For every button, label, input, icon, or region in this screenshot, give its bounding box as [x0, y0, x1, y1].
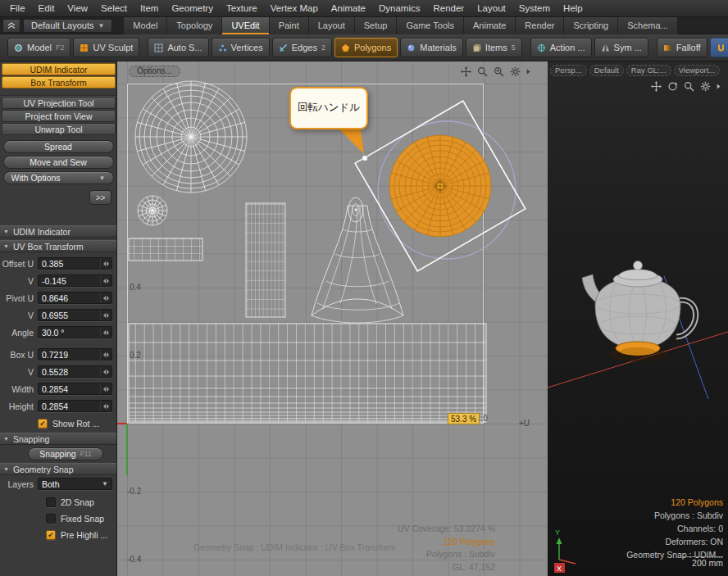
menu-view[interactable]: View [61, 0, 94, 17]
layout-tab-schematic[interactable]: Schema... [618, 17, 678, 34]
menu-geometry[interactable]: Geometry [165, 0, 220, 17]
symmetry-button[interactable]: Sym ... [594, 38, 648, 57]
ray-gl-dropdown[interactable]: Ray GL:... [626, 65, 671, 76]
section-udim-indicator[interactable]: ▼ UDIM Indicator [0, 225, 116, 238]
box-u-field[interactable]: 0.7219 [38, 348, 112, 361]
uv-island-polar-disc [135, 81, 247, 193]
layout-tab-render[interactable]: Render [516, 17, 564, 34]
menu-help[interactable]: Help [557, 0, 589, 17]
mini-slider[interactable] [100, 366, 111, 377]
menu-layout[interactable]: Layout [471, 0, 512, 17]
layout-switcher-button[interactable] [2, 19, 20, 33]
section-geometry-snap[interactable]: ▼ Geometry Snap [0, 463, 116, 475]
options-button[interactable]: Options... [129, 66, 180, 77]
model-mode-button[interactable]: Model F2 [7, 38, 71, 57]
pre-highlight-checkbox[interactable]: ✔ [46, 530, 56, 540]
2d-snap-checkbox[interactable] [46, 497, 56, 507]
mini-slider[interactable] [100, 401, 111, 411]
pre-highlight-row: ✔ Pre Highli ... [0, 528, 116, 542]
layout-tab-animate[interactable]: Animate [464, 17, 516, 34]
width-field[interactable]: 0.2854 [38, 383, 112, 395]
2d-snap-row: 2D Snap [0, 495, 116, 509]
menu-item[interactable]: Item [134, 0, 165, 17]
menu-dynamics[interactable]: Dynamics [372, 0, 426, 17]
tool-unwrap[interactable]: Unwrap Tool [2, 123, 116, 135]
tool-uv-projection[interactable]: UV Projection Tool [2, 97, 116, 109]
angle-field[interactable]: 30.0 ° [38, 326, 112, 338]
layout-tab-layout[interactable]: Layout [309, 17, 355, 34]
chevron-down-icon: ▼ [99, 175, 106, 182]
zoom-icon[interactable] [684, 81, 694, 92]
expand-arrow-icon[interactable] [526, 68, 531, 75]
move-and-sew-button[interactable]: Move and Sew [3, 156, 114, 169]
layout-tab-model[interactable]: Model [124, 17, 167, 34]
gear-icon[interactable] [510, 66, 521, 77]
tool-udim-indicator[interactable]: UDIM Indicator [2, 63, 116, 75]
mini-slider[interactable] [100, 327, 111, 338]
pivot-v-field[interactable]: 0.6955 [38, 309, 112, 321]
viewport-options-dropdown[interactable]: Viewport... [674, 65, 721, 76]
pan-icon[interactable] [651, 81, 662, 92]
zoom-icon[interactable] [477, 66, 488, 77]
section-uv-box-transform[interactable]: ▼ UV Box Transform [0, 240, 116, 252]
expand-arrow-icon[interactable] [717, 83, 721, 90]
polygons-mode-button[interactable]: Polygons [334, 38, 398, 57]
offset-v-field[interactable]: -0.145 [38, 274, 112, 287]
snap-button[interactable]: Snap... [710, 38, 728, 57]
materials-mode-button[interactable]: Materials [400, 38, 463, 57]
default-shading-dropdown[interactable]: Default [589, 65, 624, 76]
menu-render[interactable]: Render [426, 0, 471, 17]
menu-animate[interactable]: Animate [325, 0, 372, 17]
section-snapping[interactable]: ▼ Snapping [0, 433, 116, 445]
falloff-button[interactable]: Falloff [657, 38, 708, 57]
show-rotation-label: Show Rot ... [52, 419, 99, 429]
zoom-region-icon[interactable] [494, 66, 504, 77]
layout-tab-paint[interactable]: Paint [270, 17, 309, 34]
layout-tab-topology[interactable]: Topology [167, 17, 222, 34]
tool-project-from-view[interactable]: Project from View [2, 110, 116, 122]
menu-file[interactable]: File [3, 0, 32, 17]
perspective-dropdown[interactable]: Persp... [550, 65, 587, 76]
layout-tab-game-tools[interactable]: Game Tools [397, 17, 464, 34]
menu-vertex-map[interactable]: Vertex Map [264, 0, 325, 17]
default-layouts-dropdown[interactable]: Default Layouts ▼ [23, 19, 112, 33]
pivot-u-field[interactable]: 0.8646 [38, 292, 112, 304]
mini-slider[interactable] [100, 349, 111, 360]
collapse-triangle-icon: ▼ [3, 436, 9, 442]
vertices-mode-button[interactable]: Vertices [212, 38, 270, 57]
tool-box-transform[interactable]: Box Transform [2, 76, 116, 88]
menu-edit[interactable]: Edit [32, 0, 61, 17]
panel-expand-button[interactable]: >> [89, 190, 111, 205]
box-v-field[interactable]: 0.5528 [38, 365, 112, 378]
mini-slider[interactable] [100, 275, 111, 286]
show-rotation-checkbox[interactable]: ✔ [38, 419, 48, 429]
menu-select[interactable]: Select [94, 0, 134, 17]
auto-select-button[interactable]: Auto S... [148, 38, 208, 57]
mini-slider[interactable] [100, 310, 111, 320]
layers-dropdown[interactable]: Both ▼ [38, 478, 112, 490]
teapot-mesh [582, 261, 696, 362]
height-field[interactable]: 0.2854 [38, 400, 112, 412]
edges-mode-button[interactable]: Edges 2 [272, 38, 332, 57]
uv-viewport[interactable]: Options... 0.4 0.2 -0.2 -0.4 1.0 +U 53.3… [117, 61, 548, 576]
offset-u-field[interactable]: 0.385 [38, 257, 112, 270]
fixed-snap-checkbox[interactable] [46, 514, 56, 524]
layout-tab-uvedit[interactable]: UVEdit [222, 17, 269, 34]
mini-slider[interactable] [100, 258, 111, 269]
orbit-icon[interactable] [667, 81, 678, 92]
mini-slider[interactable] [100, 293, 111, 303]
with-options-dropdown[interactable]: With Options ▼ [3, 171, 114, 184]
menu-system[interactable]: System [512, 0, 557, 17]
mini-slider[interactable] [100, 383, 111, 394]
gear-icon[interactable] [700, 81, 711, 92]
uv-sculpt-button[interactable]: UV Sculpt [73, 38, 139, 57]
perspective-3d-viewport[interactable]: Y X Persp... Default Ray GL:... Viewport… [548, 61, 728, 576]
menu-texture[interactable]: Texture [220, 0, 264, 17]
items-mode-button[interactable]: Items 5 [466, 38, 522, 57]
spread-button[interactable]: Spread [3, 140, 114, 153]
snapping-toggle-button[interactable]: Snapping F11 [28, 447, 103, 460]
action-center-button[interactable]: Action ... [530, 38, 592, 57]
layout-tab-scripting[interactable]: Scripting [564, 17, 618, 34]
layout-tab-setup[interactable]: Setup [355, 17, 398, 34]
pan-icon[interactable] [461, 66, 471, 77]
